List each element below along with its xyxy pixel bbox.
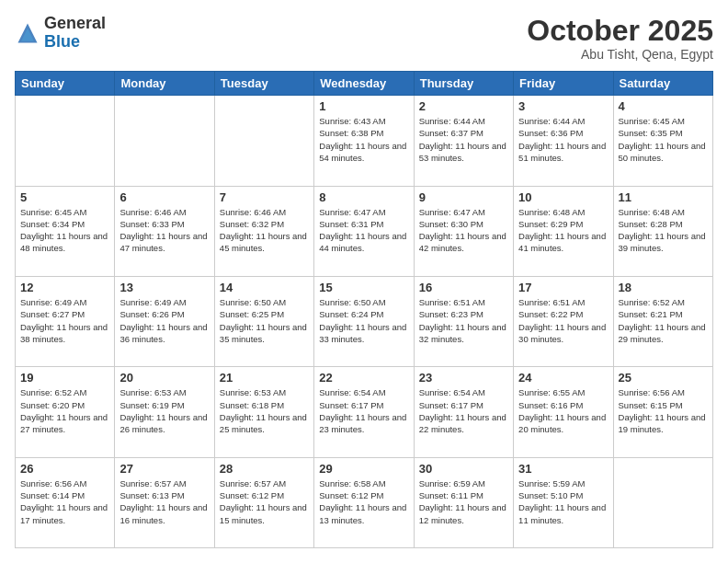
day-number: 26 [20, 462, 109, 476]
calendar-cell: 11Sunrise: 6:48 AM Sunset: 6:28 PM Dayli… [613, 186, 712, 276]
day-info: Sunrise: 6:51 AM Sunset: 6:23 PM Dayligh… [419, 296, 508, 345]
day-info: Sunrise: 6:44 AM Sunset: 6:37 PM Dayligh… [419, 115, 508, 164]
calendar-cell: 20Sunrise: 6:53 AM Sunset: 6:19 PM Dayli… [115, 367, 214, 457]
logo-text: General Blue [44, 15, 106, 52]
day-info: Sunrise: 6:50 AM Sunset: 6:24 PM Dayligh… [319, 296, 408, 345]
calendar-cell: 7Sunrise: 6:46 AM Sunset: 6:32 PM Daylig… [214, 186, 313, 276]
day-info: Sunrise: 6:58 AM Sunset: 6:12 PM Dayligh… [319, 477, 408, 526]
weekday-header: Sunday [16, 72, 115, 96]
calendar-cell: 4Sunrise: 6:45 AM Sunset: 6:35 PM Daylig… [613, 96, 712, 186]
day-number: 30 [419, 462, 508, 476]
month-title: October 2025 [527, 15, 713, 47]
calendar-cell: 27Sunrise: 6:57 AM Sunset: 6:13 PM Dayli… [115, 457, 214, 547]
calendar-cell: 19Sunrise: 6:52 AM Sunset: 6:20 PM Dayli… [16, 367, 115, 457]
day-info: Sunrise: 6:50 AM Sunset: 6:25 PM Dayligh… [220, 296, 309, 345]
weekday-header: Saturday [613, 72, 712, 96]
day-number: 1 [319, 99, 408, 113]
calendar-cell: 18Sunrise: 6:52 AM Sunset: 6:21 PM Dayli… [613, 276, 712, 366]
day-number: 3 [518, 99, 608, 113]
calendar-cell [16, 96, 115, 186]
calendar-cell: 14Sunrise: 6:50 AM Sunset: 6:25 PM Dayli… [214, 276, 313, 366]
day-number: 18 [619, 281, 708, 294]
day-number: 5 [20, 190, 109, 204]
day-number: 28 [220, 462, 309, 476]
day-number: 22 [319, 371, 408, 385]
calendar-cell: 31Sunrise: 5:59 AM Sunset: 5:10 PM Dayli… [514, 457, 613, 547]
calendar-table: SundayMondayTuesdayWednesdayThursdayFrid… [15, 71, 713, 548]
calendar-cell: 17Sunrise: 6:51 AM Sunset: 6:22 PM Dayli… [514, 276, 613, 366]
day-info: Sunrise: 6:46 AM Sunset: 6:32 PM Dayligh… [220, 206, 309, 255]
day-number: 4 [619, 99, 708, 113]
calendar-cell: 10Sunrise: 6:48 AM Sunset: 6:29 PM Dayli… [514, 186, 613, 276]
day-info: Sunrise: 6:46 AM Sunset: 6:33 PM Dayligh… [119, 206, 209, 255]
day-number: 16 [419, 281, 508, 294]
day-number: 25 [619, 371, 708, 385]
day-info: Sunrise: 6:55 AM Sunset: 6:16 PM Dayligh… [518, 386, 608, 435]
day-number: 31 [518, 462, 608, 476]
day-number: 29 [319, 462, 408, 476]
day-info: Sunrise: 6:59 AM Sunset: 6:11 PM Dayligh… [419, 477, 508, 526]
calendar-cell: 5Sunrise: 6:45 AM Sunset: 6:34 PM Daylig… [16, 186, 115, 276]
day-number: 23 [419, 371, 508, 385]
calendar-cell: 21Sunrise: 6:53 AM Sunset: 6:18 PM Dayli… [214, 367, 313, 457]
weekday-header: Thursday [414, 72, 513, 96]
day-info: Sunrise: 6:49 AM Sunset: 6:27 PM Dayligh… [20, 296, 109, 345]
calendar-cell: 26Sunrise: 6:56 AM Sunset: 6:14 PM Dayli… [16, 457, 115, 547]
day-info: Sunrise: 6:47 AM Sunset: 6:31 PM Dayligh… [319, 206, 408, 255]
day-info: Sunrise: 6:56 AM Sunset: 6:15 PM Dayligh… [619, 386, 708, 435]
calendar-cell [115, 96, 214, 186]
weekday-header: Friday [514, 72, 613, 96]
day-number: 14 [220, 281, 309, 294]
calendar-cell: 15Sunrise: 6:50 AM Sunset: 6:24 PM Dayli… [314, 276, 414, 366]
day-info: Sunrise: 6:52 AM Sunset: 6:20 PM Dayligh… [20, 386, 109, 435]
day-number: 19 [20, 371, 109, 385]
day-info: Sunrise: 6:52 AM Sunset: 6:21 PM Dayligh… [619, 296, 708, 345]
day-number: 15 [319, 281, 408, 294]
calendar-cell: 3Sunrise: 6:44 AM Sunset: 6:36 PM Daylig… [514, 96, 613, 186]
calendar-cell [613, 457, 712, 547]
calendar-cell: 22Sunrise: 6:54 AM Sunset: 6:17 PM Dayli… [314, 367, 414, 457]
calendar-cell: 16Sunrise: 6:51 AM Sunset: 6:23 PM Dayli… [414, 276, 513, 366]
day-info: Sunrise: 6:56 AM Sunset: 6:14 PM Dayligh… [20, 477, 109, 526]
calendar-cell: 6Sunrise: 6:46 AM Sunset: 6:33 PM Daylig… [115, 186, 214, 276]
day-info: Sunrise: 6:54 AM Sunset: 6:17 PM Dayligh… [319, 386, 408, 435]
day-info: Sunrise: 6:53 AM Sunset: 6:18 PM Dayligh… [220, 386, 309, 435]
day-info: Sunrise: 6:53 AM Sunset: 6:19 PM Dayligh… [119, 386, 209, 435]
calendar-cell: 25Sunrise: 6:56 AM Sunset: 6:15 PM Dayli… [613, 367, 712, 457]
calendar-cell: 8Sunrise: 6:47 AM Sunset: 6:31 PM Daylig… [314, 186, 414, 276]
calendar-cell: 2Sunrise: 6:44 AM Sunset: 6:37 PM Daylig… [414, 96, 513, 186]
day-info: Sunrise: 6:48 AM Sunset: 6:28 PM Dayligh… [619, 206, 708, 255]
calendar-cell: 30Sunrise: 6:59 AM Sunset: 6:11 PM Dayli… [414, 457, 513, 547]
calendar-cell: 29Sunrise: 6:58 AM Sunset: 6:12 PM Dayli… [314, 457, 414, 547]
day-number: 17 [518, 281, 608, 294]
day-number: 9 [419, 190, 508, 204]
day-info: Sunrise: 6:51 AM Sunset: 6:22 PM Dayligh… [518, 296, 608, 345]
day-number: 12 [20, 281, 109, 294]
calendar-cell: 12Sunrise: 6:49 AM Sunset: 6:27 PM Dayli… [16, 276, 115, 366]
calendar-cell: 28Sunrise: 6:57 AM Sunset: 6:12 PM Dayli… [214, 457, 313, 547]
calendar-cell: 13Sunrise: 6:49 AM Sunset: 6:26 PM Dayli… [115, 276, 214, 366]
location: Abu Tisht, Qena, Egypt [527, 47, 713, 62]
page: General Blue October 2025 Abu Tisht, Qen… [0, 0, 728, 563]
calendar-cell: 1Sunrise: 6:43 AM Sunset: 6:38 PM Daylig… [314, 96, 414, 186]
day-info: Sunrise: 5:59 AM Sunset: 5:10 PM Dayligh… [518, 477, 608, 526]
day-info: Sunrise: 6:44 AM Sunset: 6:36 PM Dayligh… [518, 115, 608, 164]
weekday-header: Monday [115, 72, 214, 96]
day-info: Sunrise: 6:45 AM Sunset: 6:34 PM Dayligh… [20, 206, 109, 255]
day-number: 2 [419, 99, 508, 113]
weekday-header: Wednesday [314, 72, 414, 96]
day-info: Sunrise: 6:49 AM Sunset: 6:26 PM Dayligh… [119, 296, 209, 345]
day-info: Sunrise: 6:57 AM Sunset: 6:12 PM Dayligh… [220, 477, 309, 526]
day-number: 7 [220, 190, 309, 204]
header: General Blue October 2025 Abu Tisht, Qen… [15, 15, 713, 62]
day-number: 24 [518, 371, 608, 385]
day-number: 20 [119, 371, 209, 385]
title-block: October 2025 Abu Tisht, Qena, Egypt [527, 15, 713, 62]
day-number: 10 [518, 190, 608, 204]
logo-icon [15, 20, 40, 46]
logo: General Blue [15, 15, 106, 52]
day-number: 11 [619, 190, 708, 204]
day-info: Sunrise: 6:57 AM Sunset: 6:13 PM Dayligh… [119, 477, 209, 526]
day-number: 8 [319, 190, 408, 204]
day-number: 13 [119, 281, 209, 294]
